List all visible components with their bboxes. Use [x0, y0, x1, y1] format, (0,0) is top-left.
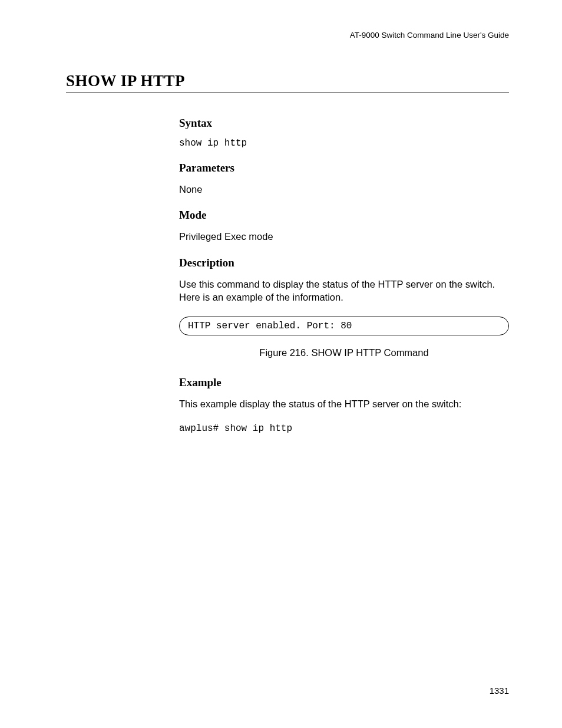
page-title: SHOW IP HTTP: [66, 72, 509, 93]
figure-caption: Figure 216. SHOW IP HTTP Command: [179, 347, 509, 358]
page-number: 1331: [490, 686, 509, 696]
example-text: This example display the status of the H…: [179, 397, 509, 410]
heading-mode: Mode: [179, 209, 509, 222]
heading-example: Example: [179, 376, 509, 389]
document-page: AT-9000 Switch Command Line User's Guide…: [0, 0, 562, 434]
content-block: Syntax show ip http Parameters None Mode…: [179, 117, 509, 434]
syntax-code: show ip http: [179, 138, 509, 149]
heading-parameters: Parameters: [179, 162, 509, 174]
running-header: AT-9000 Switch Command Line User's Guide: [66, 31, 509, 39]
output-box: HTTP server enabled. Port: 80: [179, 317, 509, 335]
heading-syntax: Syntax: [179, 117, 509, 130]
description-text: Use this command to display the status o…: [179, 278, 509, 304]
example-code: awplus# show ip http: [179, 423, 509, 434]
parameters-text: None: [179, 183, 509, 196]
mode-text: Privileged Exec mode: [179, 230, 509, 243]
heading-description: Description: [179, 256, 509, 269]
